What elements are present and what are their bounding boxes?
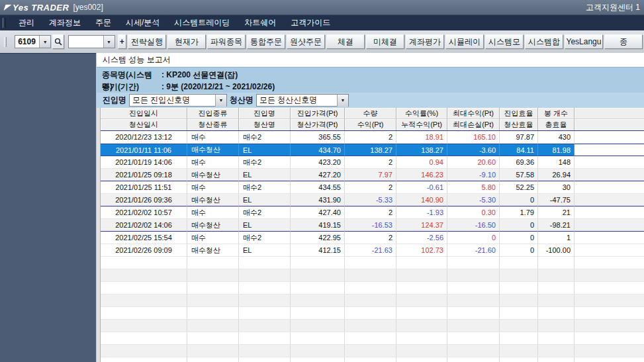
grid-cell: 2021/01/26 09:36	[101, 194, 187, 206]
grid-cell	[291, 320, 345, 332]
signal-filter-row: 진입명 모든 진입신호명 ▼ 청산명 모든 청산신호명 ▼	[97, 93, 644, 108]
toolbar-button[interactable]: 종	[604, 34, 643, 49]
column-header[interactable]: 진입가격(Pt)	[291, 108, 345, 119]
toolbar-button[interactable]: 시뮬레이	[445, 34, 484, 49]
toolbar-button[interactable]: 미체결	[366, 34, 404, 49]
trade-row[interactable]: 2021/02/02 10:57매수매수2427.402-1.930.301.7…	[101, 206, 644, 219]
grid-cell	[239, 307, 291, 320]
grid-cell	[538, 320, 575, 332]
grid-cell-filler	[575, 156, 644, 169]
entry-signal-combo[interactable]: 모든 진입신호명 ▼	[129, 94, 227, 107]
grid-cell: 매수청산	[187, 194, 239, 206]
customer-support-link[interactable]: 고객지원센터 1	[586, 2, 640, 13]
period-value: : 9분 (2020/12/21 ~ 2021/02/26)	[161, 81, 275, 93]
add-button[interactable]: +	[118, 34, 126, 49]
grid-cell: 0.30	[447, 206, 500, 219]
grid-cell	[291, 345, 345, 357]
grid-cell: 102.73	[396, 244, 447, 257]
toolbar-button[interactable]: 체결	[326, 34, 365, 49]
menu-item[interactable]: 고객가이드	[283, 17, 338, 28]
column-header[interactable]: 최대수익(Pt)	[447, 108, 500, 119]
chevron-down-icon[interactable]: ▼	[337, 95, 348, 107]
strategy-select-combo[interactable]: ▼	[68, 35, 115, 48]
grid-cell: 매수	[187, 156, 239, 169]
exit-signal-combo[interactable]: 모든 청산신호명 ▼	[256, 94, 349, 107]
toolbar: 6109 ▼ ▼ + 전략실행현재가파워종목통합주문원샷주문체결미체결계좌평가시…	[0, 30, 644, 54]
column-header[interactable]: 진입명	[239, 108, 291, 119]
menu-item[interactable]: 주문	[88, 17, 118, 28]
trade-row[interactable]: 2020/12/23 13:12매수매수2365.55218.91165.109…	[101, 131, 644, 144]
toolbar-button[interactable]: 파워종목	[207, 34, 246, 49]
column-header[interactable]: 수익(Pt)	[345, 119, 396, 130]
trade-row[interactable]: 2021/01/25 09:18매수청산EL427.207.97146.23-9…	[101, 169, 644, 181]
menubar-drag-handle[interactable]	[3, 18, 6, 28]
grid-cell	[187, 282, 239, 294]
trade-row[interactable]: 2021/01/26 09:36매수청산EL431.90-5.33140.90-…	[101, 194, 644, 206]
toolbar-button[interactable]: 시스템합	[525, 34, 563, 49]
grid-cell	[101, 282, 187, 294]
grid-cell: 81.98	[538, 144, 575, 156]
grid-cell: 2021/01/19 14:06	[101, 156, 187, 169]
grid-cell: 423.20	[291, 156, 345, 169]
grid-cell	[538, 345, 575, 357]
toolbar-drag-handle[interactable]	[4, 37, 7, 47]
trade-row[interactable]: 2021/02/02 14:06매수청산EL419.15-16.53124.37…	[101, 219, 644, 232]
trade-row[interactable]: 2021/01/25 11:51매수매수2434.552-0.615.8052.…	[101, 181, 644, 194]
toolbar-button[interactable]: 원샷주문	[287, 34, 325, 49]
grid-cell: 매수청산	[187, 244, 239, 257]
column-header[interactable]: 진입일시	[101, 108, 187, 119]
column-header[interactable]: 청산효율	[500, 119, 538, 130]
period-label: 주기(기간)	[102, 81, 161, 93]
column-header[interactable]: 청산일시	[101, 119, 187, 130]
grid-cell	[239, 332, 291, 345]
grid-cell: 427.20	[291, 169, 345, 181]
column-header[interactable]: 수량	[345, 108, 396, 119]
grid-cell: 0	[500, 219, 538, 232]
column-header[interactable]: 최대손실(Pt)	[447, 119, 500, 130]
column-header[interactable]: 청산명	[239, 119, 291, 130]
toolbar-button[interactable]: YesLangu	[565, 34, 603, 49]
column-header[interactable]: 봉 개수	[538, 108, 575, 119]
column-header[interactable]: 총효율	[538, 119, 575, 130]
grid-cell: 2	[345, 181, 396, 194]
grid-cell	[396, 307, 447, 320]
grid-cell: 140.90	[396, 194, 447, 206]
grid-cell	[187, 269, 239, 282]
column-header[interactable]: 진입효율	[500, 108, 538, 119]
grid-cell	[396, 357, 447, 362]
empty-row	[101, 257, 644, 269]
symbol-search-button[interactable]	[52, 34, 64, 49]
menu-item[interactable]: 시스템트레이딩	[167, 17, 237, 28]
grid-cell	[396, 282, 447, 294]
grid-cell: -16.53	[345, 219, 396, 232]
toolbar-button[interactable]: 전략실행	[128, 34, 166, 49]
grid-cell: 52.25	[500, 181, 538, 194]
symbol-code-combo[interactable]: 6109 ▼	[15, 35, 51, 48]
column-header[interactable]: 수익률(%)	[396, 108, 447, 119]
menu-item[interactable]: 차트쉐어	[237, 17, 283, 28]
column-header[interactable]: 청산종류	[187, 119, 239, 130]
chevron-down-icon[interactable]: ▼	[103, 36, 115, 48]
grid-cell	[447, 294, 500, 307]
grid-cell	[538, 307, 575, 320]
menu-item[interactable]: 관리	[11, 17, 42, 28]
column-header[interactable]: 청산가격(Pt)	[291, 119, 345, 130]
toolbar-button[interactable]: 계좌평가	[406, 34, 444, 49]
column-header[interactable]: 누적수익(Pt)	[396, 119, 447, 130]
toolbar-button[interactable]: 시스템모	[485, 34, 524, 49]
trade-row[interactable]: 2021/02/26 09:09매수청산EL412.15-21.63102.73…	[101, 244, 644, 257]
toolbar-button[interactable]: 현재가	[167, 34, 206, 49]
trade-row[interactable]: 2021/01/11 11:06매수청산EL434.70138.27138.27…	[101, 144, 644, 156]
grid-cell: 427.40	[291, 206, 345, 219]
grid-cell	[291, 357, 345, 362]
grid-cell: 18.91	[396, 131, 447, 144]
menu-item[interactable]: 계좌정보	[42, 17, 88, 28]
menu-item[interactable]: 시세/분석	[118, 17, 167, 28]
chevron-down-icon[interactable]: ▼	[39, 36, 50, 48]
trade-row[interactable]: 2021/02/25 15:54매수매수2422.952-2.56001	[101, 232, 644, 244]
grid-cell	[500, 320, 538, 332]
trade-row[interactable]: 2021/01/19 14:06매수매수2423.2020.9420.6069.…	[101, 156, 644, 169]
toolbar-button[interactable]: 통합주문	[247, 34, 285, 49]
column-header[interactable]: 진입종류	[187, 108, 239, 119]
chevron-down-icon[interactable]: ▼	[215, 95, 226, 107]
